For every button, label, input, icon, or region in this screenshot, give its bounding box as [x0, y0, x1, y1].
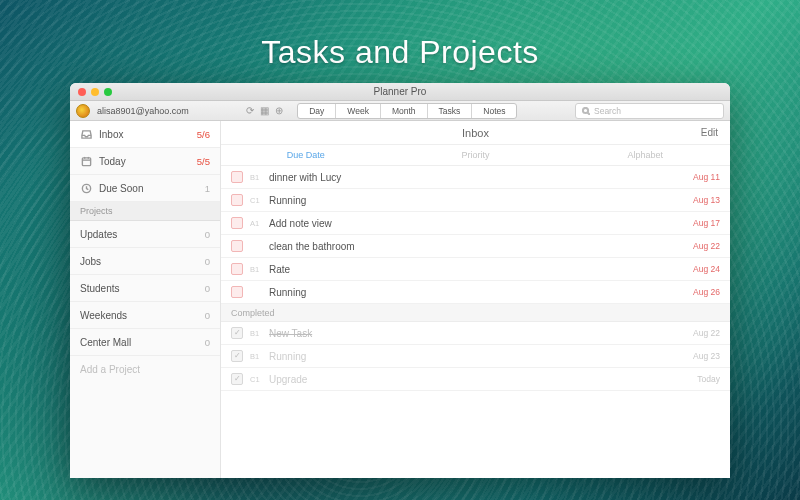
- task-checkbox[interactable]: [231, 263, 243, 275]
- sidebar-item-count: 5/5: [197, 156, 210, 167]
- sidebar-item-label: Due Soon: [99, 183, 198, 194]
- task-checkbox[interactable]: [231, 373, 243, 385]
- sidebar-item-count: 1: [205, 183, 210, 194]
- sidebar: Inbox5/6Today5/5Due Soon1 Projects Updat…: [70, 121, 221, 478]
- task-checkbox[interactable]: [231, 286, 243, 298]
- svg-line-1: [587, 112, 590, 115]
- clock-icon: [80, 182, 92, 194]
- window-title: Planner Pro: [70, 86, 730, 97]
- task-row[interactable]: RunningAug 26: [221, 281, 730, 304]
- sidebar-project-jobs[interactable]: Jobs0: [70, 248, 220, 275]
- app-window: Planner Pro alisa8901@yahoo.com ⟳ ▦ ⊕ Da…: [70, 83, 730, 478]
- sidebar-item-label: Weekends: [80, 310, 198, 321]
- sidebar-item-label: Jobs: [80, 256, 198, 267]
- add-icon[interactable]: ⊕: [275, 105, 283, 116]
- view-segmented-control: DayWeekMonthTasksNotes: [297, 103, 517, 119]
- task-checkbox[interactable]: [231, 240, 243, 252]
- task-row[interactable]: B1RateAug 24: [221, 258, 730, 281]
- task-date: Aug 26: [693, 287, 720, 297]
- task-row[interactable]: clean the bathroomAug 22: [221, 235, 730, 258]
- task-title: Rate: [269, 264, 686, 275]
- sidebar-item-today[interactable]: Today5/5: [70, 148, 220, 175]
- user-email: alisa8901@yahoo.com: [97, 106, 189, 116]
- grid-icon[interactable]: ▦: [260, 105, 269, 116]
- task-date: Aug 24: [693, 264, 720, 274]
- task-priority: B1: [250, 265, 262, 274]
- task-priority: B1: [250, 352, 262, 361]
- task-priority: B1: [250, 329, 262, 338]
- sidebar-item-label: Inbox: [99, 129, 190, 140]
- sidebar-item-count: 5/6: [197, 129, 210, 140]
- task-priority: A1: [250, 219, 262, 228]
- calendar-icon: [80, 155, 92, 167]
- task-date: Aug 22: [693, 328, 720, 338]
- task-row[interactable]: C1RunningAug 13: [221, 189, 730, 212]
- sort-tab-due-date[interactable]: Due Date: [221, 145, 391, 165]
- sidebar-project-weekends[interactable]: Weekends0: [70, 302, 220, 329]
- task-row[interactable]: B1dinner with LucyAug 11: [221, 166, 730, 189]
- view-tab-notes[interactable]: Notes: [472, 104, 516, 118]
- view-tab-week[interactable]: Week: [336, 104, 381, 118]
- task-title: Upgrade: [269, 374, 690, 385]
- task-date: Aug 11: [693, 172, 720, 182]
- search-placeholder: Search: [594, 106, 621, 116]
- sidebar-item-label: Today: [99, 156, 190, 167]
- sort-tab-alphabet[interactable]: Alphabet: [560, 145, 730, 165]
- task-date: Aug 22: [693, 241, 720, 251]
- task-date: Today: [697, 374, 720, 384]
- main-pane: Inbox Edit Due DatePriorityAlphabet B1di…: [221, 121, 730, 478]
- inbox-icon: [80, 128, 92, 140]
- sidebar-project-updates[interactable]: Updates0: [70, 221, 220, 248]
- svg-rect-2: [82, 157, 90, 165]
- sidebar-item-due-soon[interactable]: Due Soon1: [70, 175, 220, 202]
- completed-section-header: Completed: [221, 304, 730, 322]
- sidebar-project-students[interactable]: Students0: [70, 275, 220, 302]
- view-tab-tasks[interactable]: Tasks: [428, 104, 473, 118]
- task-priority: C1: [250, 375, 262, 384]
- add-project-button[interactable]: Add a Project: [70, 356, 220, 383]
- view-tab-month[interactable]: Month: [381, 104, 428, 118]
- task-date: Aug 13: [693, 195, 720, 205]
- edit-button[interactable]: Edit: [701, 127, 718, 138]
- task-checkbox[interactable]: [231, 194, 243, 206]
- sidebar-project-center-mall[interactable]: Center Mall0: [70, 329, 220, 356]
- task-title: New Task: [269, 328, 686, 339]
- task-row[interactable]: B1RunningAug 23: [221, 345, 730, 368]
- task-title: Add note view: [269, 218, 686, 229]
- sync-icon[interactable]: ⟳: [246, 105, 254, 116]
- svg-point-0: [583, 107, 588, 112]
- sort-tabs: Due DatePriorityAlphabet: [221, 145, 730, 166]
- marketing-caption: Tasks and Projects: [0, 34, 800, 71]
- task-priority: B1: [250, 173, 262, 182]
- task-row[interactable]: C1UpgradeToday: [221, 368, 730, 391]
- search-icon: [582, 107, 590, 115]
- toolbar: alisa8901@yahoo.com ⟳ ▦ ⊕ DayWeekMonthTa…: [70, 101, 730, 121]
- task-checkbox[interactable]: [231, 350, 243, 362]
- task-date: Aug 23: [693, 351, 720, 361]
- sidebar-item-label: Students: [80, 283, 198, 294]
- task-row[interactable]: A1Add note viewAug 17: [221, 212, 730, 235]
- sidebar-item-count: 0: [205, 337, 210, 348]
- view-tab-day[interactable]: Day: [298, 104, 336, 118]
- sidebar-item-count: 0: [205, 256, 210, 267]
- sidebar-item-inbox[interactable]: Inbox5/6: [70, 121, 220, 148]
- sidebar-item-label: Updates: [80, 229, 198, 240]
- task-title: dinner with Lucy: [269, 172, 686, 183]
- task-title: Running: [269, 195, 686, 206]
- sidebar-item-count: 0: [205, 310, 210, 321]
- list-title: Inbox: [221, 127, 730, 139]
- projects-section-header: Projects: [70, 202, 220, 221]
- sort-tab-priority[interactable]: Priority: [391, 145, 561, 165]
- user-avatar[interactable]: [76, 104, 90, 118]
- sidebar-item-count: 0: [205, 283, 210, 294]
- task-row[interactable]: B1New TaskAug 22: [221, 322, 730, 345]
- task-title: clean the bathroom: [269, 241, 686, 252]
- task-title: Running: [269, 351, 686, 362]
- search-field[interactable]: Search: [575, 103, 724, 119]
- sidebar-item-count: 0: [205, 229, 210, 240]
- task-date: Aug 17: [693, 218, 720, 228]
- task-checkbox[interactable]: [231, 171, 243, 183]
- task-checkbox[interactable]: [231, 217, 243, 229]
- task-title: Running: [269, 287, 686, 298]
- task-checkbox[interactable]: [231, 327, 243, 339]
